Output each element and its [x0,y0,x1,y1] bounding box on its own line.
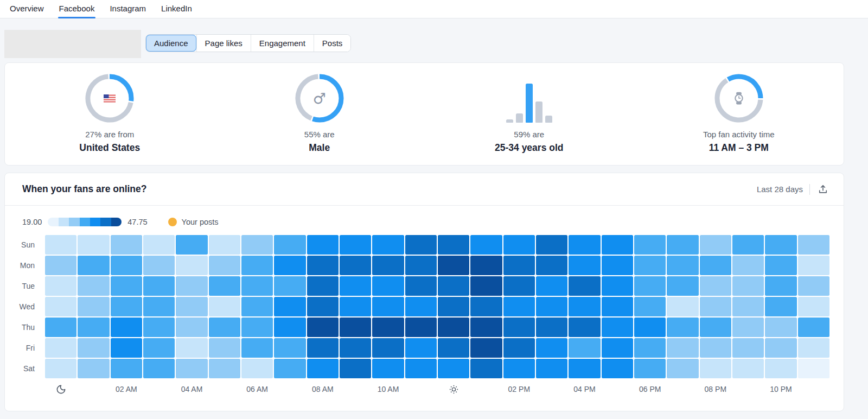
heatmap-cell [536,338,567,358]
heatmap-cell [111,338,142,358]
heatmap-cell [503,256,535,275]
heatmap-legend: 19.00 47.75 Your posts [22,218,831,226]
tab-engagement[interactable]: Engagement [251,35,314,52]
heatmap-cell [602,359,633,378]
nav-item-overview[interactable]: Overview [4,0,49,18]
fans-online-header: When your fans are online? Last 28 days [5,173,844,206]
axis-label-cell: 06 AM [241,380,273,398]
heatmap-cell [569,235,600,255]
moon-axis-cell [45,380,76,398]
heatmap-cell [405,235,437,255]
axis-empty-cell [732,380,764,398]
heatmap-cell [438,276,469,296]
heatmap-cell [78,318,109,337]
heatmap-cell [143,338,175,358]
row-label-tue: Tue [18,276,45,296]
heatmap-cell [732,318,764,337]
heatmap-cell [111,359,142,378]
heatmap-cell [143,235,175,255]
axis-empty-cell [274,380,305,398]
stat-value: Male [309,142,330,154]
heatmap-cell [569,359,600,378]
color-scale-segment [100,218,111,226]
heatmap-cell [798,276,829,296]
heatmap-cell [732,235,764,255]
heatmap-cell [798,235,829,255]
heatmap-cell [45,338,76,358]
heatmap-cell [569,297,600,316]
heatmap-cell [45,256,76,275]
age-bar [506,119,513,123]
heatmap-cell [405,359,437,378]
heatmap-cell [602,318,633,337]
nav-item-facebook[interactable]: Facebook [54,0,100,18]
heatmap-cell [765,318,796,337]
nav-item-instagram[interactable]: Instagram [104,0,151,18]
heatmap-cell [732,338,764,358]
heatmap-cell [438,338,469,358]
row-label-wed: Wed [18,297,45,316]
heatmap-cell [438,359,469,378]
heatmap-cell [667,338,698,358]
divider [809,184,810,195]
heatmap-cell [307,318,339,337]
axis-empty-cell [536,380,567,398]
heatmap-cell [307,256,339,275]
heatmap-cell [536,297,567,316]
heatmap-cell [143,318,175,337]
heatmap-cell [241,297,273,316]
tab-page-likes[interactable]: Page likes [196,35,251,52]
heatmap-cell [209,297,240,316]
row-label-sun: Sun [18,235,45,255]
nav-item-linkedin[interactable]: LinkedIn [156,0,197,18]
heatmap-cell [700,276,731,296]
us-flag-icon [104,94,116,103]
tab-audience[interactable]: Audience [146,35,196,52]
tab-posts[interactable]: Posts [314,35,351,52]
axis-label-cell: 08 AM [307,380,339,398]
heatmap-cell [241,338,273,358]
heatmap-cell [536,318,567,337]
heatmap-cell [602,235,633,255]
heatmap-cell [569,318,600,337]
heatmap-cell [536,359,567,378]
age-bars-icon [506,80,552,123]
color-scale-segment [80,218,90,226]
heatmap-cell [45,297,76,316]
channel-nav: OverviewFacebookInstagramLinkedIn [0,0,868,18]
row-label-sat: Sat [18,359,45,378]
heatmap-cell [765,338,796,358]
heatmap-cell [732,297,764,316]
heatmap-cell [569,276,600,296]
age-bar [545,116,552,123]
heatmap-cell [176,235,207,255]
heatmap-cell [470,338,502,358]
stat-caption: 59% are [514,130,544,139]
sun-axis-cell [438,380,469,398]
heatmap-cell [241,235,273,255]
heatmap-cell [798,256,829,275]
color-scale-segment [69,218,79,226]
heatmap-cell [111,297,142,316]
heatmap-cell [209,256,240,275]
donut-center-icon: ♂ [295,74,344,123]
heatmap-cell [45,235,76,255]
heatmap-cell [667,318,698,337]
stat-tile-1: 27% are fromUnited States [5,63,215,165]
heatmap-cell [209,276,240,296]
heatmap-cell [503,276,535,296]
heatmap-cell [372,338,404,358]
axis-label-cell: 10 AM [372,380,404,398]
heatmap-cell [765,297,796,316]
export-button[interactable] [816,183,829,196]
heatmap-cell [667,359,698,378]
fans-online-controls: Last 28 days [757,183,829,196]
heatmap-cell [732,256,764,275]
heatmap-cell [209,359,240,378]
nav-item-label: Overview [10,4,44,13]
stat-tile-2: ♂55% areMale [215,63,425,165]
heatmap-cell [602,338,633,358]
heatmap-cell [536,276,567,296]
heatmap-cell [732,276,764,296]
heatmap-cell [798,318,829,337]
